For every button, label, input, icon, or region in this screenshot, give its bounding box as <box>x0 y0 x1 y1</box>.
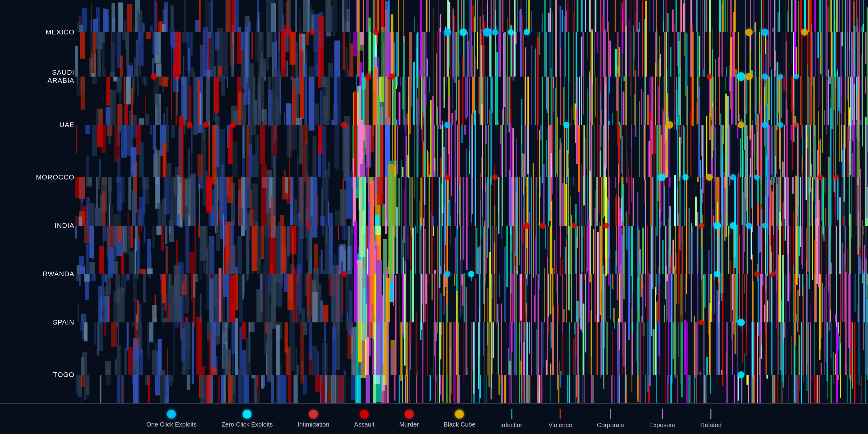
legend-item-corporate: Corporate <box>597 409 625 429</box>
row-label-mexico: MEXICO <box>25 28 74 36</box>
chart-container: MEXICOSAUDI ARABIAUAEMOROCCOINDIARWANDAS… <box>25 0 868 403</box>
row-label-morocco: MOROCCO <box>25 173 74 181</box>
legend-label-black-cube: Black Cube <box>444 421 475 428</box>
legend-item-exposure: Exposure <box>649 409 676 429</box>
legend-bar-infection <box>511 409 513 419</box>
viz-canvas <box>74 0 868 403</box>
legend-dot-zero-click <box>243 410 251 418</box>
legend-item-one-click: One Click Exploits <box>146 410 196 428</box>
legend-item-violence: Violence <box>548 409 572 429</box>
row-label-india: INDIA <box>25 222 74 230</box>
legend-label-exposure: Exposure <box>649 422 676 429</box>
legend-label-related: Related <box>700 422 722 429</box>
legend-bar-exposure <box>662 409 663 419</box>
row-label-saudi-arabia: SAUDI ARABIA <box>25 68 74 85</box>
row-label-uae: UAE <box>25 121 74 129</box>
row-label-togo: TOGO <box>25 371 74 379</box>
legend-bar: One Click ExploitsZero Click ExploitsInt… <box>0 403 868 434</box>
legend-item-zero-click: Zero Click Exploits <box>221 410 273 428</box>
legend-item-black-cube: Black Cube <box>444 410 475 428</box>
legend-label-assault: Assault <box>354 421 374 428</box>
legend-dot-black-cube <box>455 410 464 418</box>
visualization <box>74 0 868 403</box>
legend-bar-related <box>710 409 711 419</box>
legend-dot-intimidation <box>309 410 318 418</box>
row-label-rwanda: RWANDA <box>25 270 74 278</box>
legend-label-murder: Murder <box>399 421 419 428</box>
legend-item-infection: Infection <box>500 409 524 429</box>
legend-label-corporate: Corporate <box>597 422 625 429</box>
legend-item-murder: Murder <box>399 410 419 428</box>
legend-bar-violence <box>560 409 561 419</box>
legend-item-related: Related <box>700 409 722 429</box>
legend-label-one-click: One Click Exploits <box>146 421 196 428</box>
legend-item-assault: Assault <box>354 410 374 428</box>
legend-dot-assault <box>360 410 369 418</box>
legend-item-intimidation: Intimidation <box>298 410 329 428</box>
legend-dot-murder <box>405 410 413 418</box>
legend-bar-corporate <box>610 409 611 419</box>
legend-label-violence: Violence <box>548 422 572 429</box>
legend-label-zero-click: Zero Click Exploits <box>221 421 273 428</box>
legend-dot-one-click <box>167 410 176 418</box>
legend-label-intimidation: Intimidation <box>298 421 329 428</box>
row-label-spain: SPAIN <box>25 318 74 327</box>
legend-label-infection: Infection <box>500 422 524 429</box>
